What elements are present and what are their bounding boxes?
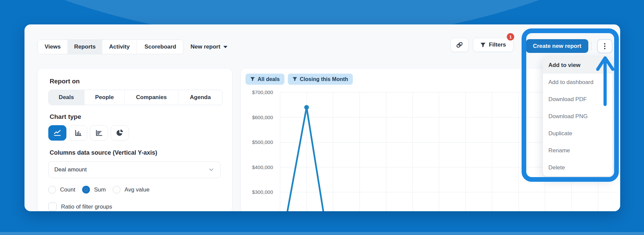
report-on-heading: Report on — [50, 78, 220, 85]
column-chart-icon — [74, 129, 83, 137]
tab-reports[interactable]: Reports — [68, 40, 102, 54]
context-menu: Add to view Add to dashboard Download PD… — [543, 56, 613, 176]
link-icon — [455, 41, 464, 49]
report-config-panel: Report on Deals People Companies Agenda … — [38, 69, 232, 211]
filters-badge: 1 — [507, 33, 514, 41]
filter-chip-all-deals[interactable]: All deals — [246, 74, 284, 85]
entity-tab-deals[interactable]: Deals — [49, 90, 85, 105]
tab-label: Activity — [109, 44, 129, 50]
page-background: Views Reports Activity Scoreboard New re… — [0, 0, 644, 235]
chevron-down-icon — [208, 166, 215, 173]
header-divider — [591, 41, 592, 51]
caret-down-icon — [223, 46, 227, 48]
tab-activity[interactable]: Activity — [102, 40, 137, 54]
chart-type-pie-button[interactable] — [111, 125, 129, 141]
copy-link-button[interactable] — [450, 38, 469, 52]
create-new-report-button[interactable]: Create new report — [526, 39, 588, 53]
filters-label: Filters — [489, 42, 506, 48]
funnel-icon — [480, 43, 486, 48]
radio-avg-value[interactable]: Avg value — [113, 186, 149, 193]
view-tab-bar: Views Reports Activity Scoreboard — [38, 40, 183, 54]
aggregation-options: Count Sum Avg value — [48, 186, 220, 193]
chart-type-line-button[interactable] — [48, 125, 66, 141]
applied-filter-chips: All deals Closing this Month — [246, 74, 353, 85]
chart-type-heading: Chart type — [50, 113, 220, 121]
line-chart-icon — [53, 129, 62, 137]
radio-icon — [113, 186, 120, 193]
menu-item-add-to-view[interactable]: Add to view — [543, 57, 612, 74]
entity-tab-companies[interactable]: Companies — [125, 90, 178, 105]
radio-count[interactable]: Count — [48, 186, 75, 193]
background-bottom-band — [0, 232, 644, 235]
filters-button[interactable]: Filters — [473, 38, 514, 52]
new-report-dropdown[interactable]: New report — [191, 40, 227, 54]
chart-type-selector — [48, 125, 220, 141]
kebab-icon — [604, 43, 605, 45]
data-source-select[interactable]: Deal amount — [48, 161, 221, 178]
tab-label: Scoreboard — [145, 44, 176, 50]
chart-type-bar-button[interactable] — [90, 125, 108, 141]
reports-app-card: Views Reports Activity Scoreboard New re… — [24, 24, 620, 211]
menu-item-add-to-dashboard[interactable]: Add to dashboard — [543, 74, 612, 91]
tab-label: Views — [45, 44, 61, 50]
chart-type-column-button[interactable] — [69, 125, 87, 141]
menu-item-download-pdf[interactable]: Download PDF — [543, 91, 612, 108]
ratio-filter-groups-option[interactable]: Ratio of filter groups — [48, 203, 220, 211]
filter-chip-closing-this-month[interactable]: Closing this Month — [288, 74, 353, 85]
pie-chart-icon — [115, 129, 124, 137]
entity-tab-bar: Deals People Companies Agenda — [48, 90, 223, 105]
menu-item-rename[interactable]: Rename — [543, 142, 612, 159]
menu-item-duplicate[interactable]: Duplicate — [543, 125, 612, 142]
new-report-label: New report — [191, 44, 220, 50]
tab-views[interactable]: Views — [38, 40, 68, 54]
checkbox-icon — [48, 203, 57, 211]
columns-source-heading: Columns data source (Vertical Y-axis) — [50, 149, 220, 156]
menu-item-delete[interactable]: Delete — [543, 159, 612, 176]
tab-label: Reports — [74, 44, 96, 50]
entity-tab-agenda[interactable]: Agenda — [178, 90, 222, 105]
funnel-icon — [250, 77, 255, 81]
radio-icon — [82, 186, 90, 193]
radio-icon — [48, 186, 56, 193]
more-options-button[interactable] — [597, 39, 612, 53]
tab-scoreboard[interactable]: Scoreboard — [137, 40, 183, 54]
menu-item-download-png[interactable]: Download PNG — [543, 108, 612, 125]
radio-sum[interactable]: Sum — [82, 186, 106, 193]
horizontal-bar-chart-icon — [95, 129, 103, 137]
data-source-value: Deal amount — [54, 166, 87, 173]
entity-tab-people[interactable]: People — [85, 90, 125, 105]
funnel-icon — [292, 77, 297, 81]
